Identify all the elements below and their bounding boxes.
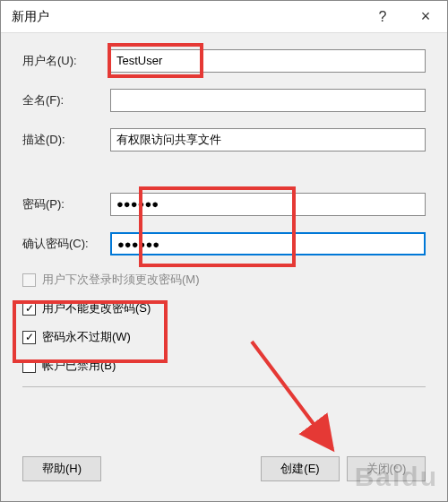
row-password: 密码(P): ●●●●●● — [22, 193, 426, 216]
titlebar-buttons: ? × — [361, 1, 447, 32]
checkbox-icon — [22, 273, 36, 287]
description-input[interactable]: 有权限访问共享文件 — [110, 128, 426, 151]
username-input[interactable]: TestUser — [110, 49, 426, 73]
button-row: 帮助(H) 创建(E) 关闭(O) — [22, 456, 426, 481]
row-description: 描述(D): 有权限访问共享文件 — [22, 128, 426, 151]
label-username: 用户名(U): — [22, 53, 110, 69]
check-must-change: 用户下次登录时须更改密码(M) — [22, 272, 426, 288]
dialog-content: 用户名(U): TestUser 全名(F): 描述(D): 有权限访问共享文件… — [1, 33, 447, 387]
close-icon[interactable]: × — [404, 1, 447, 32]
checkbox-group: 用户下次登录时须更改密码(M) ✓ 用户不能更改密码(S) ✓ 密码永不过期(W… — [22, 272, 426, 374]
label-description: 描述(D): — [22, 132, 110, 148]
create-button[interactable]: 创建(E) — [261, 456, 340, 481]
check-must-change-label: 用户下次登录时须更改密码(M) — [42, 272, 200, 288]
checkbox-icon: ✓ — [22, 331, 36, 344]
check-never-expire-label: 密码永不过期(W) — [42, 329, 131, 345]
password-input[interactable]: ●●●●●● — [110, 193, 426, 216]
label-confirm: 确认密码(C): — [22, 236, 110, 252]
help-button[interactable]: 帮助(H) — [22, 456, 101, 481]
check-cant-change[interactable]: ✓ 用户不能更改密码(S) — [22, 300, 426, 316]
row-fullname: 全名(F): — [22, 89, 426, 112]
label-fullname: 全名(F): — [22, 92, 110, 108]
new-user-dialog: 新用户 ? × 用户名(U): TestUser 全名(F): 描述(D): 有… — [0, 0, 448, 502]
fullname-input[interactable] — [110, 89, 426, 112]
checkbox-icon — [22, 359, 36, 373]
titlebar: 新用户 ? × — [1, 1, 447, 33]
close-button[interactable]: 关闭(O) — [347, 456, 426, 481]
divider — [22, 386, 426, 387]
check-never-expire[interactable]: ✓ 密码永不过期(W) — [22, 329, 426, 345]
check-cant-change-label: 用户不能更改密码(S) — [42, 300, 151, 316]
check-disabled[interactable]: 帐户已禁用(B) — [22, 358, 426, 374]
row-confirm: 确认密码(C): ●●●●●● — [22, 232, 426, 255]
check-disabled-label: 帐户已禁用(B) — [42, 358, 116, 374]
dialog-title: 新用户 — [12, 9, 361, 25]
label-password: 密码(P): — [22, 196, 110, 212]
confirm-password-input[interactable]: ●●●●●● — [110, 232, 426, 255]
help-icon[interactable]: ? — [361, 1, 404, 32]
row-username: 用户名(U): TestUser — [22, 49, 426, 73]
checkbox-icon: ✓ — [22, 302, 36, 316]
